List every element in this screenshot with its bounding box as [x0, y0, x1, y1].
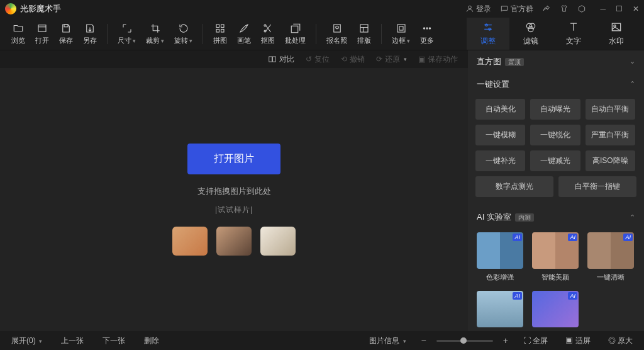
empty-canvas[interactable]: 打开图片 支持拖拽图片到此处 |试试样片|	[0, 68, 468, 331]
svg-rect-5	[216, 29, 219, 32]
chevron-down-icon: ⌄	[630, 57, 635, 65]
canvas-area: 对比 ↺ 复位 ⟲ 撤销 ⟳ 还原▾ ▣ 保存动作 打开图片 支持拖拽图片到此处…	[0, 50, 468, 331]
settings-icon[interactable]	[577, 4, 586, 13]
ai-item-4[interactable]: AI	[477, 291, 523, 327]
fit-button[interactable]: ▣ 适屏	[560, 334, 595, 348]
next-button[interactable]: 下一张	[97, 334, 130, 348]
tool-batch[interactable]: 批处理	[280, 23, 311, 45]
minimize-icon[interactable]: ─	[600, 4, 606, 13]
tool-save[interactable]: 保存	[54, 23, 78, 45]
login-button[interactable]: 登录	[465, 4, 491, 14]
secondary-toolbar: 对比 ↺ 复位 ⟲ 撤销 ⟳ 还原▾ ▣ 保存动作	[0, 50, 468, 68]
image-info-button[interactable]: 图片信息 ▾	[364, 334, 411, 348]
svg-point-17	[429, 27, 430, 28]
tab-text[interactable]: 文字	[552, 18, 595, 50]
preset-wb-onekey[interactable]: 白平衡一指键	[558, 176, 636, 197]
app-logo-icon	[5, 3, 16, 14]
zoom-slider[interactable]	[436, 340, 493, 342]
tool-open[interactable]: 打开	[30, 23, 54, 45]
zoom-out-icon[interactable]: −	[419, 336, 429, 346]
sample-thumb-3[interactable]	[260, 227, 296, 256]
official-group-button[interactable]: 官方群	[500, 4, 533, 14]
prev-button[interactable]: 上一张	[56, 334, 89, 348]
preset-auto-exposure[interactable]: 自动曝光	[530, 99, 580, 120]
preset-auto-wb[interactable]: 自动白平衡	[586, 99, 635, 120]
sample-thumb-2[interactable]	[216, 227, 252, 256]
tool-frame[interactable]: 边框▾	[387, 23, 415, 45]
close-icon[interactable]: ✕	[633, 4, 639, 13]
undo-button[interactable]: ⟲ 撤销	[341, 54, 365, 65]
chevron-up-icon: ⌃	[630, 80, 635, 88]
tool-idphoto[interactable]: 报名照	[321, 23, 352, 45]
svg-point-8	[264, 30, 266, 32]
svg-rect-2	[64, 25, 68, 27]
app-title: 光影魔术手	[20, 3, 61, 14]
svg-point-11	[335, 26, 338, 29]
tool-cutout[interactable]: 抠图	[256, 23, 280, 45]
svg-point-16	[426, 27, 428, 28]
fullscreen-button[interactable]: ⛶ 全屏	[518, 334, 553, 348]
svg-rect-4	[221, 25, 225, 28]
bottom-bar: 展开(0) ▾ 上一张 下一张 删除 图片信息 ▾ − + ⛶ 全屏 ▣ 适屏 …	[0, 331, 644, 350]
svg-point-21	[530, 23, 535, 28]
ai-item-5[interactable]: AI	[532, 291, 579, 327]
redo-button[interactable]: ⟳ 还原▾	[376, 54, 407, 65]
save-action-button[interactable]: ▣ 保存动作	[418, 54, 458, 65]
delete-button[interactable]: 删除	[139, 334, 164, 348]
drag-hint-text: 支持拖拽图片到此处	[197, 186, 271, 197]
tool-more[interactable]: 更多	[415, 23, 439, 45]
svg-rect-6	[221, 29, 225, 32]
svg-point-7	[264, 25, 266, 26]
ai-smart-beauty[interactable]: AI智能美颜	[532, 232, 579, 282]
revert-button[interactable]: ↺ 复位	[306, 54, 330, 65]
preset-blur[interactable]: 一键模糊	[475, 125, 525, 145]
tool-crop[interactable]: 裁剪▾	[141, 23, 169, 45]
preset-sharpen[interactable]: 一键锐化	[530, 125, 580, 145]
preset-iso-nr[interactable]: 高ISO降噪	[586, 150, 635, 171]
svg-rect-12	[360, 25, 368, 32]
preset-strong-wb[interactable]: 严重白平衡	[586, 125, 635, 145]
sample-thumb-1[interactable]	[172, 227, 208, 256]
title-bar: 光影魔术手 登录 官方群 ─ ☐ ✕	[0, 0, 644, 18]
expand-button[interactable]: 展开(0) ▾	[6, 334, 47, 348]
zoom-in-icon[interactable]: +	[501, 336, 511, 346]
maximize-icon[interactable]: ☐	[616, 4, 623, 13]
preset-grid: 自动美化 自动曝光 自动白平衡 一键模糊 一键锐化 严重白平衡 一键补光 一键减…	[475, 99, 636, 197]
quick-section-head[interactable]: 一键设置 ⌃	[468, 73, 644, 96]
svg-point-22	[528, 26, 533, 31]
tool-layout[interactable]: 排版	[352, 23, 376, 45]
theme-icon[interactable]	[560, 4, 569, 13]
ai-lab-section-head[interactable]: AI 实验室内测 ⌃	[468, 206, 644, 229]
tool-browse[interactable]: 浏览	[6, 23, 30, 45]
svg-rect-13	[397, 25, 405, 32]
tab-filter[interactable]: 滤镜	[509, 18, 552, 50]
preset-auto-beautify[interactable]: 自动美化	[475, 99, 525, 120]
tool-size[interactable]: 尺寸▾	[113, 23, 141, 45]
main-toolbar: 浏览 打开 保存 另存 尺寸▾ 裁剪▾ 旋转▾ 拼图 画笔 抠图 批处理 报名照…	[0, 18, 644, 50]
share-icon[interactable]	[542, 4, 551, 13]
tool-saveas[interactable]: 另存	[78, 23, 102, 45]
compare-toggle[interactable]: 对比	[268, 54, 294, 65]
histogram-section-head[interactable]: 直方图置顶 ⌄	[468, 50, 644, 73]
preset-fill-light[interactable]: 一键补光	[475, 150, 525, 171]
svg-rect-9	[291, 26, 298, 33]
ai-color-enhance[interactable]: AI色彩增强	[477, 232, 523, 282]
tab-adjust[interactable]: 调整	[467, 18, 509, 50]
open-image-button[interactable]: 打开图片	[187, 144, 280, 174]
tool-brush[interactable]: 画笔	[232, 23, 256, 45]
preset-spot-meter[interactable]: 数字点测光	[475, 176, 553, 197]
actual-button[interactable]: ◎ 原大	[603, 334, 638, 348]
svg-point-15	[423, 27, 425, 28]
sample-caption: |试试样片|	[215, 205, 253, 215]
tab-watermark[interactable]: 水印	[595, 18, 638, 50]
svg-rect-25	[269, 57, 272, 62]
tool-collage[interactable]: 拼图	[208, 23, 232, 45]
svg-rect-3	[216, 25, 219, 28]
tool-rotate[interactable]: 旋转▾	[169, 23, 197, 45]
right-panel: 直方图置顶 ⌄ 一键设置 ⌃ 自动美化 自动曝光 自动白平衡 一键模糊 一键锐化…	[468, 50, 644, 331]
svg-point-0	[469, 6, 472, 9]
chevron-up-icon: ⌃	[630, 213, 635, 222]
ai-sharpen[interactable]: AI一键清晰	[587, 232, 634, 282]
preset-reduce-light[interactable]: 一键减光	[530, 150, 580, 171]
svg-rect-1	[38, 25, 46, 31]
